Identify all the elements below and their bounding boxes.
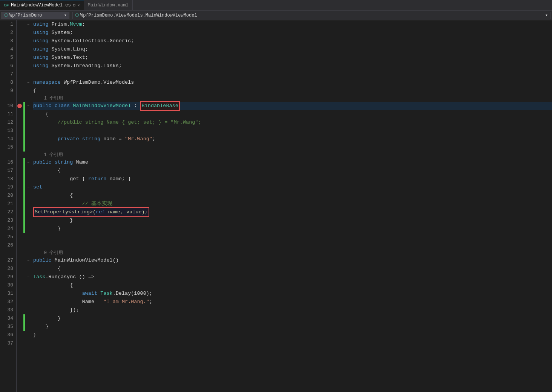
token: name; } <box>106 175 131 183</box>
token: using <box>33 45 49 54</box>
table-row[interactable] <box>33 233 552 241</box>
table-row[interactable]: using Prism.Mvvm; <box>33 20 552 29</box>
table-row[interactable] <box>33 339 552 348</box>
token: .Run(async () => <box>45 273 94 281</box>
token: set <box>33 183 42 191</box>
token: WpfPrismDemo.ViewModels <box>61 78 134 87</box>
tab-label-mainwindow-xaml: MainWindow.xaml <box>88 3 129 8</box>
table-row[interactable]: using System.Linq; <box>33 45 552 54</box>
table-row[interactable]: { <box>33 281 552 289</box>
tab-mainwindowviewmodel[interactable]: C# MainWindowViewModel.cs ⊟ ✕ <box>0 0 84 10</box>
table-row[interactable]: { <box>33 167 552 175</box>
table-row[interactable]: using System; <box>33 29 552 37</box>
collapse-icon[interactable]: − <box>27 275 29 279</box>
token: MainWindowViewModel() <box>52 256 119 265</box>
class-dropdown[interactable]: ⬡ WpfPrismDemo.ViewModels.MainWindowView… <box>72 12 550 19</box>
token: private <box>58 135 79 143</box>
token: // 基本实现 <box>33 200 112 208</box>
tab-mainwindow-xaml[interactable]: MainWindow.xaml <box>84 0 133 10</box>
table-row[interactable]: //public string Name { get; set; } = "Mr… <box>33 118 552 127</box>
token: Prism <box>52 20 67 29</box>
table-row[interactable]: Name = "I am Mr.Wang."; <box>33 298 552 306</box>
line-numbers: 1234567891011121314151617181920212223242… <box>0 20 17 392</box>
token: name = <box>100 135 125 143</box>
table-row[interactable]: Task.Run(async () => <box>33 273 552 281</box>
token: public <box>33 102 52 110</box>
token <box>52 158 55 167</box>
token: class <box>55 102 70 110</box>
table-row[interactable]: namespace WpfPrismDemo.ViewModels <box>33 78 552 87</box>
token: : <box>131 102 140 110</box>
class-dropdown-arrow: ▾ <box>545 12 548 18</box>
nav-bar: ⬡ WpfPrismDemo ▾ ⬡ WpfPrismDemo.ViewMode… <box>0 11 552 20</box>
table-row[interactable]: SetProperty<string>(ref name, value); <box>33 208 552 216</box>
token: Name = <box>33 298 103 306</box>
namespace-dropdown-arrow: ▾ <box>64 12 67 18</box>
namespace-dropdown-value: WpfPrismDemo <box>9 13 42 18</box>
table-row[interactable]: { <box>33 87 552 95</box>
collapse-icon[interactable]: − <box>27 259 29 263</box>
table-row[interactable] <box>33 70 552 78</box>
code-area[interactable]: using Prism.Mvvm;using System;using Syst… <box>32 20 552 392</box>
collapse-icon[interactable]: − <box>27 23 29 27</box>
table-row[interactable]: { <box>33 191 552 200</box>
token: using <box>33 54 49 62</box>
token: .Delay(1000); <box>113 289 152 298</box>
table-row[interactable]: public string Name <box>33 158 552 167</box>
token: } <box>33 331 36 339</box>
token: System.Threading.Tasks; <box>49 62 122 70</box>
table-row[interactable]: set <box>33 183 552 191</box>
collapse-icon[interactable]: − <box>27 81 29 85</box>
token: Task <box>33 273 45 281</box>
code-editor[interactable]: 1234567891011121314151617181920212223242… <box>0 20 552 392</box>
class-dropdown-icon: ⬡ <box>75 12 79 18</box>
token: using <box>33 29 49 37</box>
codelens-label: 1 个引用 <box>33 152 552 158</box>
table-row[interactable]: { <box>33 265 552 273</box>
tab-close-mainwindowviewmodel[interactable]: ✕ <box>78 3 80 8</box>
tab-label-mainwindowviewmodel: MainWindowViewModel.cs <box>11 3 71 8</box>
table-row[interactable] <box>33 127 552 135</box>
table-row[interactable]: }); <box>33 306 552 314</box>
table-row[interactable]: } <box>33 314 552 323</box>
token <box>52 102 55 110</box>
table-row[interactable]: } <box>33 225 552 233</box>
token: { <box>33 281 73 289</box>
highlighted-class: BindableBase <box>140 101 180 111</box>
table-row[interactable]: using System.Threading.Tasks; <box>33 62 552 70</box>
table-row[interactable] <box>33 143 552 152</box>
collapse-icon[interactable]: − <box>27 161 29 165</box>
namespace-dropdown[interactable]: ⬡ WpfPrismDemo ▾ <box>2 12 69 19</box>
token: using <box>33 62 49 70</box>
codelens-label: 0 个引用 <box>33 250 552 256</box>
collapse-icon[interactable]: − <box>27 185 29 190</box>
codelens-label: 1 个引用 <box>33 95 552 102</box>
token: using <box>33 37 49 45</box>
table-row[interactable]: } <box>33 216 552 225</box>
token: { <box>33 191 73 200</box>
table-row[interactable] <box>33 241 552 250</box>
table-row[interactable]: public class MainWindowViewModel : Binda… <box>33 102 552 110</box>
table-row[interactable]: using System.Collections.Generic; <box>33 37 552 45</box>
tab-pin-icon[interactable]: ⊟ <box>73 3 75 8</box>
table-row[interactable]: public MainWindowViewModel() <box>33 256 552 265</box>
tab-icon-cs: C# <box>4 3 9 8</box>
table-row[interactable]: // 基本实现 <box>33 200 552 208</box>
table-row[interactable]: } <box>33 323 552 331</box>
table-row[interactable]: } <box>33 331 552 339</box>
token: namespace <box>33 78 61 87</box>
table-row[interactable]: { <box>33 110 552 118</box>
token: using <box>33 20 49 29</box>
token <box>33 289 82 298</box>
collapse-icon[interactable]: − <box>27 104 29 108</box>
table-row[interactable]: private string name = "Mr.Wang"; <box>33 135 552 143</box>
table-row[interactable]: get { return name; } <box>33 175 552 183</box>
tab-bar: C# MainWindowViewModel.cs ⊟ ✕ MainWindow… <box>0 0 552 11</box>
token: }); <box>33 306 79 314</box>
token: string <box>55 158 73 167</box>
token <box>79 135 82 143</box>
table-row[interactable]: using System.Text; <box>33 54 552 62</box>
token: System.Collections.Generic; <box>49 37 134 45</box>
table-row[interactable]: await Task.Delay(1000); <box>33 289 552 298</box>
token: System; <box>49 29 73 37</box>
